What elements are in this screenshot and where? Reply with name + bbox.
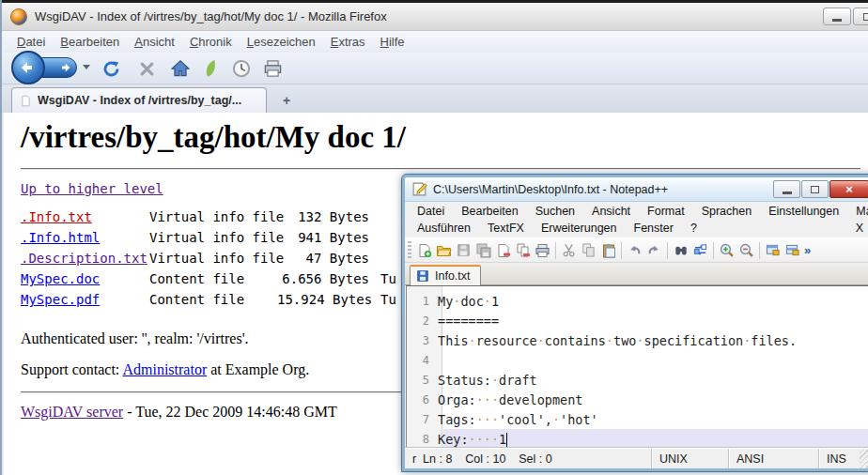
print-icon xyxy=(535,243,550,258)
addon-leaf-button[interactable] xyxy=(199,57,222,80)
find-button[interactable] xyxy=(671,241,690,260)
replace-button[interactable] xyxy=(690,241,710,260)
editor-area[interactable]: 1My·doc·12========3This·resource·contain… xyxy=(406,285,868,466)
menu-item[interactable]: Ansicht xyxy=(127,33,182,51)
home-button[interactable] xyxy=(169,57,192,80)
paste-icon xyxy=(601,243,616,258)
menu-item[interactable]: Chronik xyxy=(182,33,240,51)
np-restore-button[interactable] xyxy=(801,180,829,198)
toolbar-separator xyxy=(667,242,668,259)
clock-icon xyxy=(232,59,251,78)
wsgidav-server-link[interactable]: WsgiDAV server xyxy=(21,404,123,420)
np-menu-item[interactable]: Datei xyxy=(409,205,453,218)
menu-item[interactable]: Extras xyxy=(323,33,373,51)
copy-button-disabled[interactable] xyxy=(579,241,598,260)
close-all-button[interactable] xyxy=(513,241,533,260)
editor-lines[interactable]: 1My·doc·12========3This·resource·contain… xyxy=(407,286,868,465)
np-menu-item[interactable]: Format xyxy=(639,205,693,218)
file-link[interactable]: MySpec.pdf xyxy=(21,292,149,307)
toolbar-overflow-button[interactable]: » xyxy=(804,243,811,257)
redo-button[interactable] xyxy=(644,241,664,260)
np-menu-item[interactable]: Ansicht xyxy=(583,205,639,218)
editor-line[interactable]: 2======== xyxy=(407,311,868,330)
clock-button[interactable] xyxy=(230,57,253,80)
up-to-higher-level-link[interactable]: Up to higher level xyxy=(21,181,163,196)
forward-button[interactable] xyxy=(39,57,77,78)
np-menu-item[interactable]: Ausführen xyxy=(409,222,479,235)
tab-wsgidav[interactable]: WsgiDAV - Index of /virtres/by_tag/... xyxy=(11,87,267,113)
notepadpp-titlebar[interactable]: C:\Users\Martin\Desktop\Info.txt - Notep… xyxy=(405,177,868,202)
paste-button[interactable] xyxy=(598,241,618,260)
np-menu-item[interactable]: ? xyxy=(682,222,705,235)
menu-item[interactable]: Hilfe xyxy=(373,33,412,51)
notepadpp-window: C:\Users\Martin\Desktop\Info.txt - Notep… xyxy=(402,175,868,471)
new-tab-button[interactable]: + xyxy=(274,91,299,110)
sync-horizontal-scroll-button[interactable] xyxy=(783,241,802,260)
np-menu-item[interactable]: Sprachen xyxy=(693,205,761,218)
reload-button[interactable] xyxy=(100,57,122,80)
editor-line[interactable]: 5Status:·draft xyxy=(407,370,868,390)
menu-item[interactable]: Datei xyxy=(9,33,53,51)
window-lock-icon-2 xyxy=(784,243,800,257)
file-link[interactable]: .Info.txt xyxy=(21,209,149,224)
menu-item[interactable]: Bearbeiten xyxy=(53,33,127,51)
document-close-x[interactable]: X xyxy=(856,222,863,235)
file-link[interactable]: .Description.txt xyxy=(21,251,149,266)
np-menu-item[interactable]: Bearbeiten xyxy=(453,205,526,218)
print-button[interactable] xyxy=(261,57,284,80)
zoom-out-button[interactable] xyxy=(736,241,756,260)
menu-item[interactable]: Lesezeichen xyxy=(240,33,323,51)
cut-icon xyxy=(562,243,576,257)
status-eol-format[interactable]: UNIX xyxy=(651,449,728,468)
save-button-disabled[interactable] xyxy=(454,241,473,260)
toolbar-separator xyxy=(713,242,714,259)
file-type: Virtual info file xyxy=(149,251,277,266)
back-button[interactable] xyxy=(11,51,45,84)
tab-info-txt[interactable]: Info.txt xyxy=(410,265,481,285)
firefox-window-title: WsgiDAV - Index of /virtres/by_tag/hot/M… xyxy=(35,9,387,23)
file-link[interactable]: .Info.html xyxy=(21,230,149,245)
np-restore-icon xyxy=(811,186,819,193)
editor-line[interactable]: 3This·resource·contains·two·specificatio… xyxy=(407,330,868,350)
undo-button[interactable] xyxy=(625,241,644,260)
status-encoding[interactable]: ANSI xyxy=(728,449,818,468)
np-menu-item[interactable]: Fenster xyxy=(626,222,682,235)
np-menu-item[interactable]: TextFX xyxy=(479,222,533,235)
stop-button[interactable] xyxy=(135,57,158,80)
editor-line[interactable]: 6Orga:···development xyxy=(407,390,868,409)
zoom-out-icon xyxy=(738,242,754,258)
np-minimize-button[interactable] xyxy=(773,180,800,198)
toolbar-separator xyxy=(759,242,760,259)
history-dropdown-icon[interactable] xyxy=(83,65,90,69)
editor-line[interactable]: 7Tags:···'cool',·'hot' xyxy=(407,409,868,429)
np-menu-item[interactable]: Suchen xyxy=(527,205,583,218)
new-file-button[interactable] xyxy=(414,241,434,260)
editor-line[interactable]: 8Key:····1 xyxy=(407,429,868,449)
np-menu-item[interactable]: Einstellungen xyxy=(760,205,847,218)
np-close-button[interactable]: × xyxy=(829,180,868,198)
file-type: Content file xyxy=(149,271,277,286)
firefox-titlebar[interactable]: WsgiDAV - Index of /virtres/by_tag/hot/M… xyxy=(2,3,868,31)
zoom-in-button[interactable] xyxy=(717,241,736,260)
open-file-button[interactable] xyxy=(434,241,454,260)
copy-icon xyxy=(581,243,596,257)
editor-line[interactable]: 1My·doc·1 xyxy=(407,291,868,311)
resize-grip[interactable] xyxy=(860,449,868,468)
maximize-button[interactable] xyxy=(853,8,868,25)
toolbar-grip xyxy=(408,241,411,260)
administrator-link[interactable]: Administrator xyxy=(122,361,207,377)
line-text: Tags:···'cool',·'hot' xyxy=(438,412,598,427)
notepadpp-statusbar: r Ln : 8 Col : 10 Sel : 0 UNIX ANSI INS xyxy=(405,448,868,468)
cut-button-disabled[interactable] xyxy=(559,241,579,260)
sync-vertical-scroll-button[interactable] xyxy=(763,241,783,260)
file-type: Virtual info file xyxy=(149,209,277,224)
np-menu-item[interactable]: Erweiterungen xyxy=(533,222,626,235)
print-button-np[interactable] xyxy=(533,241,552,260)
minimize-button[interactable] xyxy=(823,8,851,25)
np-menu-item[interactable]: Makro xyxy=(847,205,868,218)
save-all-button-disabled[interactable] xyxy=(473,241,493,260)
close-file-button[interactable] xyxy=(493,241,513,260)
file-link[interactable]: MySpec.doc xyxy=(21,271,149,286)
status-insert-mode[interactable]: INS xyxy=(818,449,860,468)
editor-line[interactable]: 4 xyxy=(407,350,868,370)
